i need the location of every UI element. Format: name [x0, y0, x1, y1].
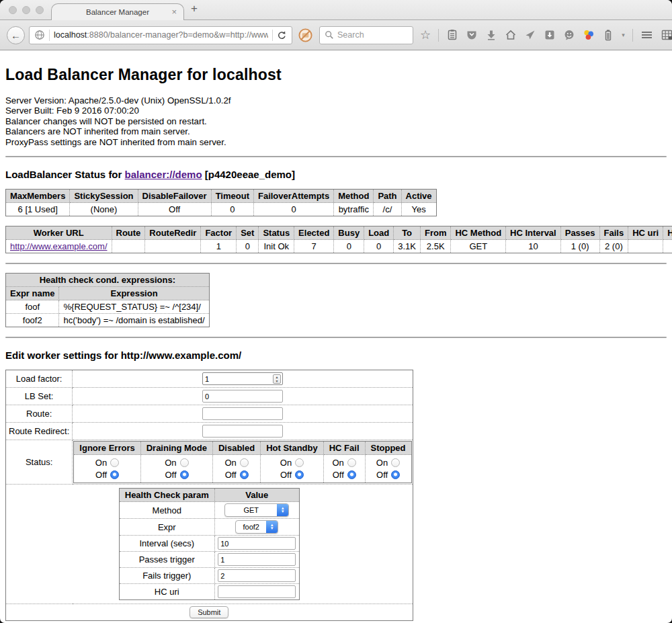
hc-uri-input[interactable] [218, 585, 296, 598]
hc-interval-input[interactable] [218, 537, 296, 550]
url-bar[interactable]: localhost:8880/balancer-manager?b=demo&w… [29, 26, 292, 44]
feedback-smiley-icon[interactable] [563, 29, 575, 41]
adblock-icon[interactable] [298, 28, 313, 43]
col-route: Route [112, 226, 145, 240]
col-routeredir: RouteRedir [145, 226, 201, 240]
hc-fails-cell [214, 568, 299, 584]
cell-factor: 1 [201, 240, 237, 253]
tab-balancer-manager[interactable]: Balancer Manager × [51, 3, 184, 20]
bookmark-star-icon[interactable]: ☆ [420, 29, 431, 41]
col-disablefailover: DisableFailover [138, 190, 211, 203]
back-button[interactable]: ← [7, 26, 25, 44]
download-panel-icon[interactable] [544, 29, 556, 41]
url-path: :8880/balancer-manager?b=demo&w=http://w… [87, 30, 268, 40]
edit-worker-heading: Edit worker settings for http://www.exam… [5, 349, 667, 361]
draining-mode-on-radio[interactable] [180, 458, 189, 467]
reading-list-icon[interactable] [446, 29, 458, 41]
new-tab-button[interactable]: + [191, 2, 198, 15]
hc-fails-input[interactable] [218, 569, 296, 582]
page-content: Load Balancer Manager for localhost Serv… [0, 50, 672, 623]
col-passes: Passes [560, 226, 599, 240]
route-input[interactable] [202, 407, 283, 420]
lb-set-label: LB Set: [6, 388, 73, 405]
hot-standby-on-radio[interactable] [295, 458, 304, 467]
zoom-window-button[interactable] [36, 6, 44, 14]
on-label: On [376, 458, 388, 468]
hot-standby-off-radio[interactable] [295, 470, 304, 479]
page-title: Load Balancer Manager for localhost [5, 66, 667, 84]
cell-to: 3.1K [394, 240, 421, 253]
menu-hamburger-icon[interactable] [640, 29, 653, 41]
colored-dots-extension-icon[interactable] [583, 29, 595, 41]
cell-route [112, 240, 145, 253]
send-tab-icon[interactable] [524, 29, 536, 41]
submit-button[interactable]: Submit [190, 606, 228, 618]
stepper-icon[interactable]: ▲▼ [273, 374, 281, 384]
hc-method-select[interactable]: GET▲▼ [224, 503, 289, 517]
grid-extension-icon[interactable] [661, 29, 672, 41]
form-row-route-redirect: Route Redirect: [6, 423, 413, 440]
url-text[interactable]: localhost:8880/balancer-manager?b=demo&w… [54, 30, 268, 40]
lb-set-input[interactable] [202, 390, 283, 403]
downloads-icon[interactable] [485, 29, 497, 41]
hc-fail-on-radio[interactable] [347, 458, 356, 467]
ignore-errors-off-radio[interactable] [110, 470, 119, 479]
persist-notice-line: Balancer changes will NOT be persisted o… [5, 116, 667, 126]
on-label: On [95, 458, 107, 468]
stopped-on-radio[interactable] [391, 458, 400, 467]
cell-worker-url: http://www.example.com/ [6, 240, 112, 253]
disabled-radios: OnOff [212, 455, 260, 483]
overflow-caret-icon[interactable]: ▾ [622, 32, 625, 38]
disabled-on-radio[interactable] [240, 458, 249, 467]
route-redirect-cell [73, 423, 413, 440]
reload-icon[interactable] [277, 30, 287, 40]
cell-hc-uri [628, 240, 663, 253]
server-built-line: Server Built: Feb 9 2016 07:00:20 [5, 106, 667, 116]
route-redirect-label: Route Redirect: [6, 423, 73, 440]
divider [5, 337, 667, 338]
table-title-row: Health check cond. expressions: [6, 274, 210, 287]
col-hc-method: HC Method [451, 226, 506, 240]
close-window-button[interactable] [9, 6, 17, 14]
divider [5, 263, 667, 264]
route-redirect-input[interactable] [202, 425, 283, 438]
hc-passes-input[interactable] [218, 553, 296, 566]
col-stickysession: StickySession [70, 190, 138, 203]
form-row-route: Route: [6, 405, 413, 423]
load-factor-label: Load factor: [6, 370, 73, 388]
cell-set: 0 [237, 240, 259, 253]
table-header-row: Worker URL Route RouteRedir Factor Set S… [6, 226, 672, 240]
search-bar[interactable]: Search [319, 26, 413, 44]
minimize-window-button[interactable] [22, 6, 30, 14]
status-label: Status: [6, 440, 73, 485]
load-factor-input[interactable] [202, 372, 283, 385]
hc-passes-cell [214, 552, 299, 568]
cell-passes: 1 (0) [560, 240, 599, 253]
hc-interval-label: Interval (secs) [119, 536, 214, 552]
hc-params-cell: Health Check param Value Method GET▲▼ [6, 485, 413, 604]
hc-fail-off-radio[interactable] [347, 470, 356, 479]
cell-hc-interval: 10 [506, 240, 561, 253]
hc-params-table: Health Check param Value Method GET▲▼ [119, 488, 300, 600]
worker-url-link[interactable]: http://www.example.com/ [10, 241, 108, 251]
cell-expression: %{REQUEST_STATUS} =~ /^[234]/ [59, 300, 209, 314]
ignore-errors-radios: OnOff [74, 455, 140, 483]
cell-fails: 2 (0) [599, 240, 628, 253]
col-to: To [394, 226, 421, 240]
route-cell [73, 405, 413, 423]
stopped-off-radio[interactable] [391, 470, 400, 479]
tab-close-icon[interactable]: × [171, 6, 177, 18]
home-icon[interactable] [505, 29, 517, 41]
navigation-toolbar: ← localhost:8880/balancer-manager?b=demo… [0, 20, 672, 50]
hc-interval-cell [214, 536, 299, 552]
draining-mode-off-radio[interactable] [180, 470, 189, 479]
battery-extension-icon[interactable] [602, 29, 614, 41]
col-busy: Busy [334, 226, 364, 240]
disabled-off-radio[interactable] [240, 470, 249, 479]
pocket-icon[interactable] [466, 29, 478, 41]
cell-elected: 7 [294, 240, 334, 253]
ignore-errors-on-radio[interactable] [110, 458, 119, 467]
balancer-demo-link[interactable]: balancer://demo [125, 169, 202, 180]
hc-expr-select[interactable]: foof2▲▼ [235, 520, 278, 534]
edit-worker-form: Load factor: ▲▼ LB Set: Route: Route Red… [5, 370, 413, 621]
